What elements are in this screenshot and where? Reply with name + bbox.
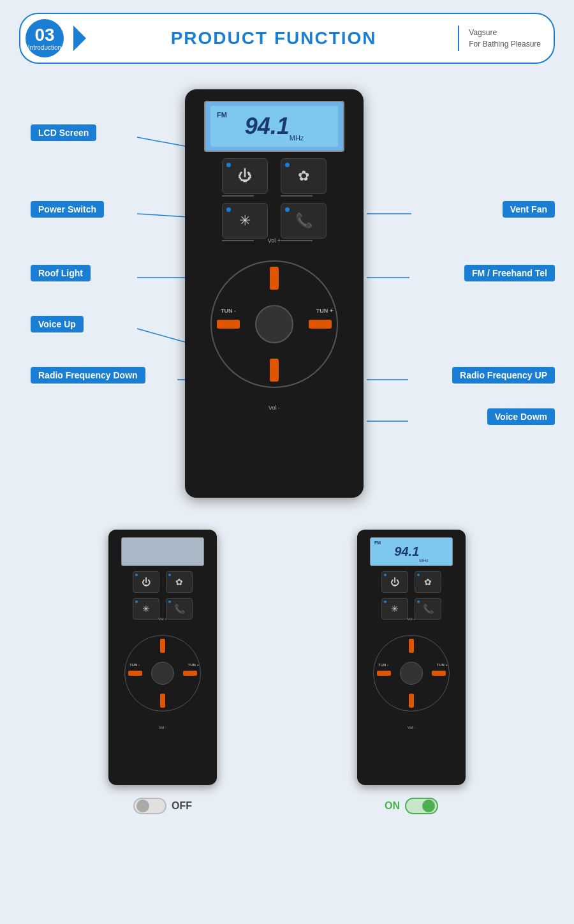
small-power-icon-on: ⏻	[390, 577, 399, 587]
annotation-power-switch: Power Switch	[31, 201, 104, 218]
main-diagram: FM 94.1 MHz ⏻ ✿	[0, 77, 574, 510]
lcd-small-on: FM 94.1 MHz	[370, 537, 453, 566]
vol-up-button[interactable]	[270, 267, 279, 290]
annotation-vent-fan: Vent Fan	[503, 201, 555, 218]
toggle-off-container[interactable]: OFF	[133, 798, 192, 814]
fm-tel-underline	[281, 240, 313, 241]
light-button[interactable]: ✳	[222, 203, 268, 239]
lcd-fm-label: FM	[217, 111, 227, 119]
toggle-on-label: ON	[385, 800, 400, 812]
dial-small-off: TUN - TUN +	[124, 635, 201, 712]
small-vol-down-on[interactable]	[409, 694, 414, 708]
controller-small-off: ⏻ ✿ ✳	[108, 530, 217, 785]
small-light-led-on	[384, 600, 386, 603]
tune-down-button[interactable]	[217, 320, 240, 329]
bottom-item-off: ⏻ ✿ ✳	[108, 530, 217, 814]
small-btn-row-1-on: ⏻ ✿	[381, 571, 441, 593]
small-vol-up-on[interactable]	[409, 639, 414, 653]
small-tune-up[interactable]	[183, 671, 197, 676]
small-tun-plus: TUN +	[188, 663, 199, 667]
button-row-2: ✳ 📞	[198, 203, 351, 241]
fm-tel-button[interactable]: 📞	[281, 203, 327, 239]
small-tune-down-on[interactable]	[377, 671, 391, 676]
header-sub-label: Introduction	[28, 44, 61, 51]
dial-small-on: TUN - TUN +	[373, 635, 450, 712]
lcd-inner: FM 94.1 MHz	[210, 106, 338, 147]
small-fm-off[interactable]: 📞	[166, 598, 193, 620]
small-vol-down[interactable]	[160, 694, 165, 708]
brand-line1: Vagsure	[469, 27, 541, 38]
small-fm-led-on	[417, 600, 420, 603]
lcd-frequency: 94.1	[245, 113, 290, 140]
small-power-on[interactable]: ⏻	[381, 571, 408, 593]
small-vol-plus-on: Vol +	[407, 617, 416, 621]
controller-large: FM 94.1 MHz ⏻ ✿	[185, 89, 364, 498]
toggle-off-label: OFF	[172, 800, 192, 812]
small-fan-icon-on: ✿	[424, 577, 432, 587]
controller-small-on: FM 94.1 MHz ⏻ ✿	[357, 530, 466, 785]
header-number: 03	[34, 26, 54, 44]
small-light-led	[135, 600, 138, 603]
annotation-radio-freq-up: Radio Frequency UP	[452, 367, 555, 384]
toggle-on-container[interactable]: ON	[385, 798, 438, 814]
annotation-voice-up: Voice Up	[31, 316, 84, 332]
toggle-knob-on	[422, 800, 435, 812]
small-light-on[interactable]: ✳	[381, 598, 408, 620]
annotation-lcd-screen: LCD Screen	[31, 124, 96, 141]
bottom-item-on: FM 94.1 MHz ⏻ ✿	[357, 530, 466, 814]
annotation-roof-light: Roof Light	[31, 265, 91, 281]
dial-control: TUN - TUN +	[210, 260, 338, 388]
small-fm-on[interactable]: 📞	[415, 598, 441, 620]
small-fm-icon-on: 📞	[423, 604, 434, 614]
small-vol-plus: Vol +	[158, 617, 167, 621]
small-fm-icon: 📞	[174, 604, 185, 614]
toggle-switch-on[interactable]	[405, 798, 438, 814]
annotation-fm-freehand: FM / Freehand Tel	[464, 265, 555, 281]
power-icon: ⏻	[238, 168, 252, 184]
fm-tel-led	[285, 207, 290, 212]
small-tune-up-on[interactable]	[432, 671, 446, 676]
small-tun-plus-on: TUN +	[436, 663, 448, 667]
small-fan-off[interactable]: ✿	[166, 571, 193, 593]
tun-minus-label: TUN -	[221, 308, 236, 314]
lcd-small-off	[121, 537, 204, 566]
dial-center-small-off	[151, 662, 174, 685]
small-power-led	[135, 574, 138, 576]
toggle-switch-off[interactable]	[133, 798, 166, 814]
header-number-badge: 03 Introduction	[26, 19, 64, 57]
dial-center	[255, 305, 293, 343]
small-vol-up[interactable]	[160, 639, 165, 653]
brand-info: Vagsure For Bathing Pleasure	[469, 27, 541, 50]
small-power-off[interactable]: ⏻	[133, 571, 159, 593]
small-light-icon: ✳	[142, 604, 150, 614]
small-fan-led-on	[417, 574, 420, 576]
small-btn-row-2: ✳ 📞	[133, 598, 193, 620]
header-bar: 03 Introduction PRODUCT FUNCTION Vagsure…	[19, 13, 555, 64]
small-fan-led	[168, 574, 171, 576]
tun-plus-label: TUN +	[316, 308, 333, 314]
fan-led	[285, 163, 290, 167]
lcd-small-unit: MHz	[419, 558, 428, 563]
power-button[interactable]: ⏻	[222, 158, 268, 194]
small-fan-on[interactable]: ✿	[415, 571, 441, 593]
vol-down-button[interactable]	[270, 359, 279, 382]
header-arrow-decoration	[73, 26, 86, 51]
tune-up-button[interactable]	[309, 320, 332, 329]
small-power-icon: ⏻	[142, 577, 151, 587]
annotation-voice-down: Voice Dowm	[487, 408, 555, 425]
toggle-knob-off	[136, 800, 149, 812]
small-power-led-on	[384, 574, 386, 576]
lcd-unit: MHz	[290, 134, 304, 142]
svg-line-1	[137, 214, 188, 217]
vol-minus-label: Vol -	[269, 405, 280, 411]
small-tun-minus-on: TUN -	[378, 663, 388, 667]
fan-button[interactable]: ✿	[281, 158, 327, 194]
small-light-off[interactable]: ✳	[133, 598, 159, 620]
lcd-small-freq: 94.1	[394, 544, 419, 559]
button-row-1: ⏻ ✿	[198, 158, 351, 197]
fan-underline	[281, 195, 313, 197]
small-tune-down[interactable]	[128, 671, 142, 676]
light-underline	[222, 240, 254, 241]
power-underline	[222, 195, 254, 197]
svg-line-0	[137, 137, 188, 147]
